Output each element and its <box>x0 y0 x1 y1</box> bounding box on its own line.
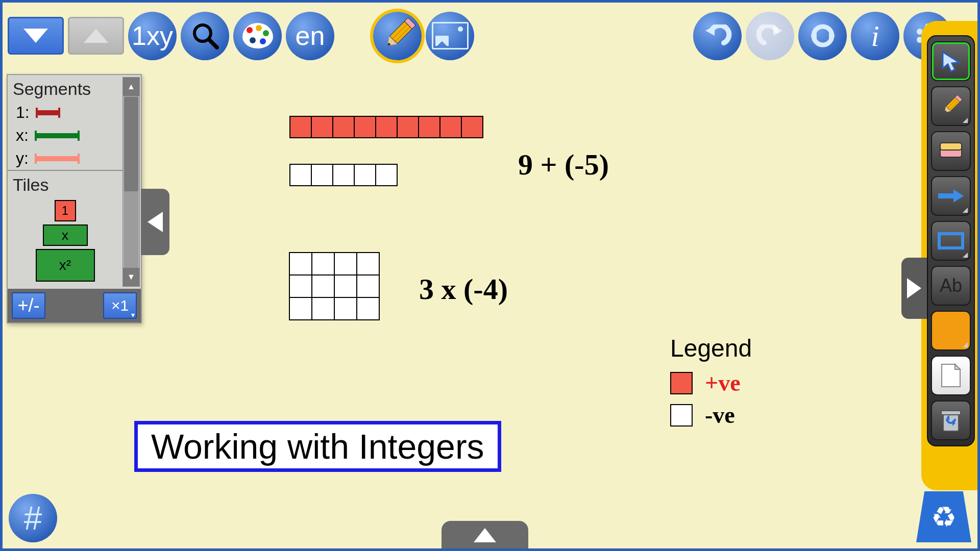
expression-1[interactable]: 9 + (-5) <box>518 147 609 182</box>
product-grid[interactable] <box>289 253 379 320</box>
svg-rect-2 <box>199 29 207 37</box>
chevron-up-icon <box>84 29 108 43</box>
svg-marker-13 <box>943 52 959 71</box>
undo-icon <box>703 24 732 47</box>
legend: Legend +ve -ve <box>670 334 752 434</box>
svg-line-1 <box>209 39 217 47</box>
hash-icon: # <box>24 499 42 537</box>
arrow-up-icon <box>474 528 496 542</box>
recycle-bin[interactable]: ♻ <box>916 491 971 542</box>
text-tool[interactable]: Ab <box>931 266 971 306</box>
svg-marker-20 <box>955 364 960 369</box>
info-button[interactable]: i <box>851 12 899 60</box>
segment-y-icon <box>35 156 80 161</box>
svg-marker-4 <box>773 26 782 36</box>
eraser-tool[interactable] <box>931 131 971 171</box>
segment-1-icon <box>36 110 60 115</box>
color-palette-button[interactable] <box>233 12 282 60</box>
info-icon: i <box>871 19 879 53</box>
svg-marker-3 <box>705 26 715 36</box>
bottom-drawer-handle[interactable] <box>442 521 528 549</box>
trash-icon <box>939 408 963 433</box>
svg-rect-18 <box>939 234 963 248</box>
eraser-icon <box>938 141 964 161</box>
arrow-right-icon <box>937 188 965 204</box>
arrow-left-icon <box>148 212 163 232</box>
rectangle-tool[interactable] <box>931 221 971 261</box>
pencil-tool[interactable] <box>931 86 971 126</box>
scroll-thumb[interactable] <box>124 97 138 191</box>
scroll-up-icon[interactable]: ▲ <box>123 78 139 96</box>
legend-positive-label: +ve <box>705 369 741 396</box>
legend-negative-label: -ve <box>705 402 735 429</box>
picture-icon <box>432 22 469 49</box>
palette-footer: +/- ×1 <box>8 289 141 322</box>
palette-collapse-handle[interactable] <box>141 189 169 255</box>
positive-tile-strip[interactable] <box>289 116 483 138</box>
fill-color-tool[interactable] <box>931 311 971 350</box>
redo-icon <box>756 24 785 47</box>
annotate-toggle-button[interactable] <box>373 12 422 60</box>
tile-1[interactable]: 1 <box>55 200 76 221</box>
redo-button <box>746 12 794 60</box>
spaces-up-button <box>68 17 124 55</box>
title-text-box[interactable]: Working with Integers <box>134 421 501 472</box>
segment-x-icon <box>35 133 80 138</box>
algebra-mode-button[interactable]: 1xy <box>128 12 177 60</box>
reset-icon <box>807 23 838 48</box>
magnifier-icon <box>191 22 219 49</box>
negative-tile-strip[interactable] <box>289 164 398 186</box>
tiles-header: Tiles <box>8 171 122 197</box>
grid-toggle-button[interactable]: # <box>9 494 57 542</box>
reset-button[interactable] <box>798 12 847 60</box>
svg-rect-16 <box>938 193 953 198</box>
arrow-tool[interactable] <box>931 176 971 216</box>
tool-dock: Ab <box>927 35 975 446</box>
legend-negative-swatch <box>670 404 693 427</box>
scale-button[interactable]: ×1 <box>103 292 137 319</box>
tile-x[interactable]: x <box>43 224 88 246</box>
scroll-down-icon[interactable]: ▼ <box>123 268 139 286</box>
recycle-icon: ♻ <box>931 500 957 534</box>
palette-icon <box>242 23 273 48</box>
dock-collapse-handle[interactable] <box>901 258 927 319</box>
palette-scrollbar[interactable]: ▲ ▼ <box>122 77 140 287</box>
select-tool[interactable] <box>931 41 971 81</box>
top-toolbar: 1xy en <box>8 10 972 61</box>
segments-header: Segments <box>8 75 122 101</box>
segment-x-row[interactable]: x: <box>8 124 122 147</box>
spaces-dropdown-button[interactable] <box>8 17 64 55</box>
legend-positive-swatch <box>670 372 693 394</box>
rectangle-icon <box>937 231 965 251</box>
trash-tool[interactable] <box>931 400 971 440</box>
expression-2[interactable]: 3 x (-4) <box>419 272 508 306</box>
arrow-right-icon <box>907 278 921 298</box>
segment-1-row[interactable]: 1: <box>8 101 122 124</box>
svg-marker-17 <box>953 189 964 203</box>
page-tool[interactable] <box>931 356 971 395</box>
tile-x2[interactable]: x² <box>36 249 95 282</box>
pencil-icon <box>376 14 419 58</box>
svg-rect-22 <box>941 411 961 415</box>
chevron-down-icon <box>23 29 48 43</box>
pencil-icon <box>938 93 965 120</box>
palette-panel: Segments 1: x: y: Tiles 1 x x² ▲ ▼ +/- ×… <box>7 74 142 323</box>
language-label: en <box>296 20 325 51</box>
undo-button[interactable] <box>693 12 742 60</box>
svg-rect-15 <box>940 143 962 150</box>
background-image-button[interactable] <box>426 12 474 60</box>
legend-title: Legend <box>670 334 752 362</box>
cursor-icon <box>940 50 962 72</box>
algebra-mode-label: 1xy <box>132 20 173 51</box>
page-icon <box>940 362 962 389</box>
segment-y-row[interactable]: y: <box>8 147 122 170</box>
language-button[interactable]: en <box>286 12 334 60</box>
sign-toggle-button[interactable]: +/- <box>12 292 45 319</box>
text-tool-label: Ab <box>940 275 962 296</box>
zoom-button[interactable] <box>181 12 229 60</box>
